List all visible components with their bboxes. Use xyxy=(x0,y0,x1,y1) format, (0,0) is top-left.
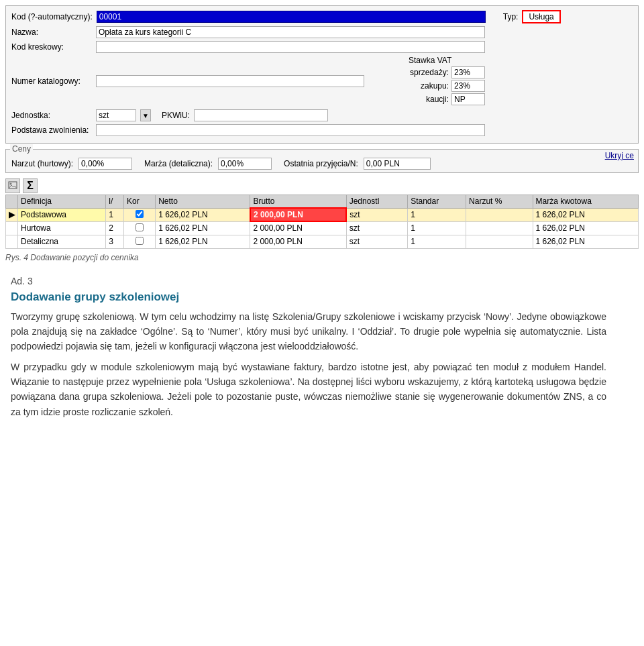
kod-kreskowy-label: Kod kreskowy: xyxy=(11,42,92,52)
row-brutto: 2 000,00 PLN xyxy=(250,235,346,248)
row-arrow xyxy=(6,221,18,235)
kod-kreskowy-input[interactable] xyxy=(96,41,485,53)
ostatnia-label: Ostatnia przyjęcia/N: xyxy=(284,159,358,168)
row-narzut xyxy=(466,221,533,235)
jednostka-input[interactable] xyxy=(96,109,136,121)
row-definicja: Hurtowa xyxy=(18,221,106,235)
ogolne-section: Kod (?-automatyczny): Typ: Usługa Nazwa:… xyxy=(5,5,639,144)
row-marza: 1 626,02 PLN xyxy=(533,221,638,235)
ceny-title: Ceny xyxy=(10,144,33,154)
col-arrow xyxy=(6,195,18,209)
narzut-input[interactable] xyxy=(78,158,132,170)
kaucji-label: kaucji: xyxy=(409,95,449,104)
zakupu-input[interactable] xyxy=(451,80,485,92)
table-header: Definicja l/ Kor Netto Brutto Jednostl S… xyxy=(6,195,639,209)
row-l: 1 xyxy=(106,208,124,221)
marza-input[interactable] xyxy=(218,158,272,170)
kod-row: Kod (?-automatyczny): Typ: Usługa xyxy=(11,10,633,23)
ceny-section: Ceny Ukryj ce Narzut (hurtowy): Marża (d… xyxy=(5,149,639,173)
row-kor[interactable] xyxy=(124,235,156,248)
narzut-label: Narzut (hurtowy): xyxy=(11,159,73,168)
podstawa-input[interactable] xyxy=(96,124,485,136)
col-standar: Standar xyxy=(408,195,466,209)
ukryj-link[interactable]: Ukryj ce xyxy=(605,151,634,160)
kaucji-input[interactable] xyxy=(451,93,485,105)
kaucji-row: kaucji: xyxy=(409,93,485,105)
article-paragraph-2: W przypadku gdy w module szkoleniowym ma… xyxy=(11,360,606,420)
nazwa-label: Nazwa: xyxy=(11,28,92,37)
typ-label: Typ: xyxy=(503,12,519,21)
table-row[interactable]: ▶Podstawowa11 626,02 PLN2 000,00 PLNszt1… xyxy=(6,208,639,221)
row-jednostka: szt xyxy=(346,235,408,248)
row-brutto: 2 000,00 PLN xyxy=(250,221,346,235)
col-definicja: Definicja xyxy=(18,195,106,209)
col-jednostl: Jednostl xyxy=(346,195,408,209)
row-narzut xyxy=(466,235,533,248)
article-heading: Dodawanie grupy szkoleniowej xyxy=(11,290,606,304)
row-netto: 1 626,02 PLN xyxy=(156,208,250,221)
row-definicja: Detaliczna xyxy=(18,235,106,248)
sprzedazy-row: sprzedaży: xyxy=(409,66,485,78)
row-standar: 1 xyxy=(408,208,466,221)
svg-point-1 xyxy=(10,183,12,185)
sprzedazy-label: sprzedaży: xyxy=(409,68,449,77)
marza-label: Marża (detaliczna): xyxy=(144,159,213,168)
zakupu-row: zakupu: xyxy=(409,80,485,92)
sprzedazy-input[interactable] xyxy=(451,66,485,78)
row-l: 2 xyxy=(106,221,124,235)
row-standar: 1 xyxy=(408,235,466,248)
row-definicja: Podstawowa xyxy=(18,208,106,221)
nazwa-row: Nazwa: xyxy=(11,26,633,38)
kod-label: Kod (?-automatyczny): xyxy=(11,12,93,21)
row-kor[interactable] xyxy=(124,221,156,235)
col-kor: Kor xyxy=(124,195,156,209)
figure-caption: Rys. 4 Dodawanie pozycji do cennika xyxy=(5,253,639,262)
zakupu-label: zakupu: xyxy=(409,81,449,91)
pkwiu-input[interactable] xyxy=(194,109,328,121)
row-marza: 1 626,02 PLN xyxy=(533,235,638,248)
table-row[interactable]: Detaliczna31 626,02 PLN2 000,00 PLNszt11… xyxy=(6,235,639,248)
col-narzut: Narzut % xyxy=(466,195,533,209)
stawka-vat-header: Stawka VAT xyxy=(409,56,485,65)
table-area: Σ Definicja l/ Kor Netto Brutto Jednostl… xyxy=(5,178,639,249)
image-btn[interactable] xyxy=(5,178,20,193)
podstawa-row: Podstawa zwolnienia: xyxy=(11,124,633,136)
row-narzut xyxy=(466,208,533,221)
article-paragraph-1: Tworzymy grupę szkoleniową. W tym celu w… xyxy=(11,309,606,354)
ostatnia-input[interactable] xyxy=(364,158,431,170)
price-table: Definicja l/ Kor Netto Brutto Jednostl S… xyxy=(5,195,639,249)
numer-katalogowy-input[interactable] xyxy=(96,75,364,87)
kod-input[interactable] xyxy=(97,11,486,23)
vat-block: Stawka VAT sprzedaży: zakupu: kaucji: xyxy=(409,56,485,107)
row-l: 3 xyxy=(106,235,124,248)
numer-katalogowy-label: Numer katalogowy: xyxy=(11,76,92,86)
kod-kreskowy-row: Kod kreskowy: xyxy=(11,41,633,53)
typ-value: Usługa xyxy=(522,10,560,23)
article: Ad. 3 Dodawanie grupy szkoleniowej Tworz… xyxy=(0,269,617,432)
article-ad: Ad. 3 xyxy=(11,276,606,286)
row-brutto: 2 000,00 PLN xyxy=(250,208,346,221)
row-netto: 1 626,02 PLN xyxy=(156,221,250,235)
row-netto: 1 626,02 PLN xyxy=(156,235,250,248)
podstawa-label: Podstawa zwolnienia: xyxy=(11,125,92,135)
row-arrow: ▶ xyxy=(6,208,18,221)
jednostka-row: Jednostka: ▼ PKWiU: xyxy=(11,109,633,121)
nazwa-input[interactable] xyxy=(96,26,485,38)
row-standar: 1 xyxy=(408,221,466,235)
row-kor[interactable] xyxy=(124,208,156,221)
sigma-btn[interactable]: Σ xyxy=(23,178,38,193)
row-jednostka: szt xyxy=(346,208,408,221)
col-brutto: Brutto xyxy=(250,195,346,209)
dropdown-icon[interactable]: ▼ xyxy=(140,109,151,121)
table-row[interactable]: Hurtowa21 626,02 PLN2 000,00 PLNszt11 62… xyxy=(6,221,639,235)
row-arrow xyxy=(6,235,18,248)
col-marza: Marża kwotowa xyxy=(533,195,638,209)
table-toolbar: Σ xyxy=(5,178,639,193)
numer-katalogowy-row: Numer katalogowy: Stawka VAT sprzedaży: … xyxy=(11,56,633,107)
row-jednostka: szt xyxy=(346,221,408,235)
pkwiu-label: PKWiU: xyxy=(162,111,190,120)
ceny-row: Narzut (hurtowy): Marża (detaliczna): Os… xyxy=(11,158,633,170)
jednostka-label: Jednostka: xyxy=(11,111,92,120)
row-marza: 1 626,02 PLN xyxy=(533,208,638,221)
col-l: l/ xyxy=(106,195,124,209)
